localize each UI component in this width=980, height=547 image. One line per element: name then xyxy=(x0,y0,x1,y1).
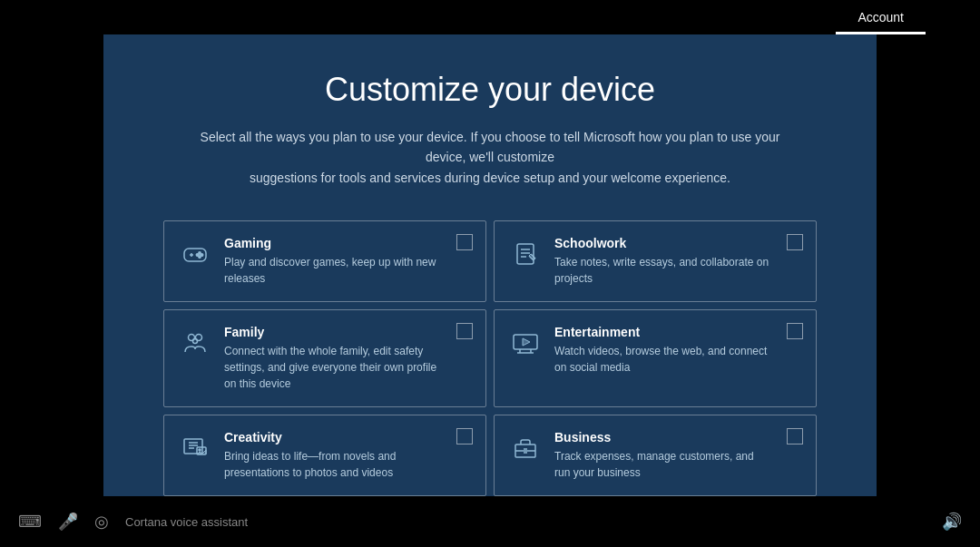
creativity-title: Creativity xyxy=(224,430,440,444)
creativity-icon xyxy=(179,432,211,464)
business-desc: Track expenses, manage customers, and ru… xyxy=(554,448,770,481)
svg-point-3 xyxy=(199,252,201,254)
schoolwork-card[interactable]: Schoolwork Take notes, write essays, and… xyxy=(494,220,817,302)
gaming-title: Gaming xyxy=(224,236,440,250)
svg-point-6 xyxy=(196,254,198,256)
cortana-circle-icon[interactable]: ◎ xyxy=(94,512,109,532)
business-card[interactable]: Business Track expenses, manage customer… xyxy=(494,415,817,496)
family-icon xyxy=(179,327,211,359)
entertainment-icon xyxy=(509,327,542,359)
entertainment-title: Entertainment xyxy=(554,325,770,339)
keyboard-icon[interactable]: ⌨ xyxy=(18,512,42,532)
entertainment-checkbox[interactable] xyxy=(787,323,803,339)
svg-point-5 xyxy=(199,256,201,258)
family-text: Family Connect with the whole family, ed… xyxy=(224,325,440,392)
account-tab[interactable]: Account xyxy=(836,5,926,34)
cards-grid: Gaming Play and discover games, keep up … xyxy=(163,220,817,496)
family-desc: Connect with the whole family, edit safe… xyxy=(224,343,440,392)
business-text: Business Track expenses, manage customer… xyxy=(554,430,770,481)
svg-point-27 xyxy=(199,449,201,451)
creativity-text: Creativity Bring ideas to life—from nove… xyxy=(224,430,440,481)
creativity-desc: Bring ideas to life—from novels and pres… xyxy=(224,448,440,481)
taskbar-right: 🔊 xyxy=(942,512,962,532)
taskbar: ⌨ 🎤 ◎ Cortana voice assistant 🔊 xyxy=(0,496,980,547)
gaming-card[interactable]: Gaming Play and discover games, keep up … xyxy=(163,220,486,302)
subtitle-line1: Select all the ways you plan to use your… xyxy=(201,130,780,164)
page-subtitle: Select all the ways you plan to use your… xyxy=(181,127,799,188)
svg-point-4 xyxy=(201,254,202,256)
creativity-checkbox[interactable] xyxy=(456,428,473,444)
family-title: Family xyxy=(224,325,440,339)
subtitle-line2: suggestions for tools and services durin… xyxy=(250,171,730,185)
business-icon xyxy=(509,432,542,464)
business-checkbox[interactable] xyxy=(787,428,803,444)
entertainment-desc: Watch videos, browse the web, and connec… xyxy=(554,343,770,376)
svg-marker-21 xyxy=(523,338,530,346)
creativity-card[interactable]: Creativity Bring ideas to life—from nove… xyxy=(163,415,486,496)
microphone-icon[interactable]: 🎤 xyxy=(58,512,78,532)
taskbar-left: ⌨ 🎤 ◎ Cortana voice assistant xyxy=(18,512,248,532)
gaming-icon xyxy=(179,238,211,270)
schoolwork-checkbox[interactable] xyxy=(787,234,803,250)
schoolwork-text: Schoolwork Take notes, write essays, and… xyxy=(554,236,770,287)
business-title: Business xyxy=(554,430,770,444)
entertainment-card[interactable]: Entertainment Watch videos, browse the w… xyxy=(494,309,817,407)
gaming-text: Gaming Play and discover games, keep up … xyxy=(224,236,440,287)
main-panel: Customize your device Select all the way… xyxy=(103,34,877,496)
schoolwork-desc: Take notes, write essays, and collaborat… xyxy=(554,254,770,287)
schoolwork-icon xyxy=(509,238,542,270)
gaming-desc: Play and discover games, keep up with ne… xyxy=(224,254,440,287)
svg-point-16 xyxy=(193,339,198,344)
top-bar: Account xyxy=(0,0,980,34)
entertainment-text: Entertainment Watch videos, browse the w… xyxy=(554,325,770,376)
family-checkbox[interactable] xyxy=(456,323,473,339)
cortana-label[interactable]: Cortana voice assistant xyxy=(125,515,248,529)
page-title: Customize your device xyxy=(325,71,655,109)
gaming-checkbox[interactable] xyxy=(456,234,473,250)
volume-icon[interactable]: 🔊 xyxy=(942,513,962,531)
svg-marker-13 xyxy=(529,254,535,260)
family-card[interactable]: Family Connect with the whole family, ed… xyxy=(163,309,486,407)
schoolwork-title: Schoolwork xyxy=(554,236,770,250)
